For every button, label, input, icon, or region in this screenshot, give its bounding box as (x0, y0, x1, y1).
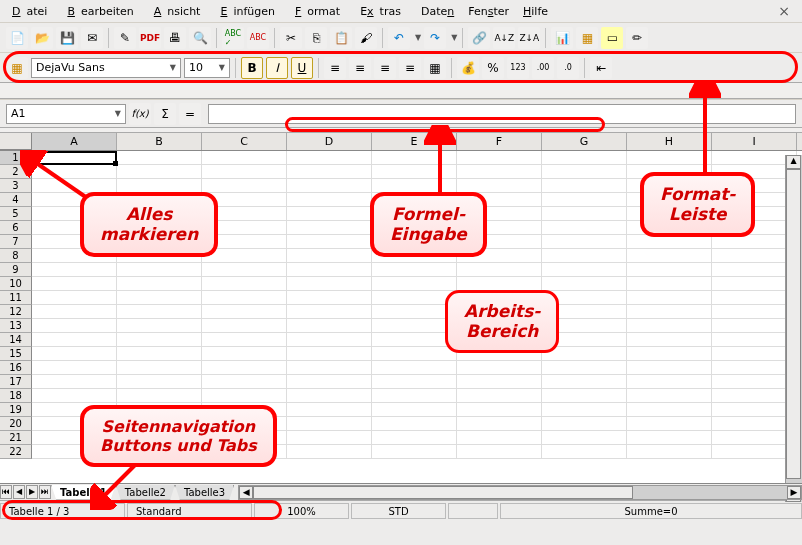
cell[interactable] (117, 347, 202, 361)
cell[interactable] (202, 389, 287, 403)
cell[interactable] (627, 277, 712, 291)
cell[interactable] (287, 277, 372, 291)
menu-daten[interactable]: Daten (415, 3, 460, 20)
row-header-12[interactable]: 12 (0, 305, 32, 319)
cell[interactable] (457, 179, 542, 193)
menu-einfuegen[interactable]: Einfügen (214, 3, 287, 20)
row-header-7[interactable]: 7 (0, 235, 32, 249)
row-header-9[interactable]: 9 (0, 263, 32, 277)
scroll-up-icon[interactable]: ▲ (786, 155, 801, 169)
cell[interactable] (287, 193, 372, 207)
cell[interactable] (542, 431, 627, 445)
cell[interactable] (117, 263, 202, 277)
menu-ansicht[interactable]: Ansicht (148, 3, 213, 20)
align-center-icon[interactable]: ≡ (349, 57, 371, 79)
cell[interactable] (627, 431, 712, 445)
row-header-19[interactable]: 19 (0, 403, 32, 417)
menu-fenster[interactable]: Fenster (462, 3, 515, 20)
column-header-F[interactable]: F (457, 133, 542, 150)
remove-decimal-icon[interactable]: .0 (557, 57, 579, 79)
cell[interactable] (542, 389, 627, 403)
row-header-13[interactable]: 13 (0, 319, 32, 333)
cell[interactable] (627, 347, 712, 361)
edit-icon[interactable]: ✎ (114, 27, 136, 49)
cell[interactable] (627, 445, 712, 459)
cell[interactable] (287, 445, 372, 459)
cell[interactable] (457, 263, 542, 277)
horizontal-scrollbar[interactable]: ◀ ▶ (238, 485, 802, 500)
font-name-select[interactable]: DejaVu Sans ▼ (31, 58, 181, 78)
menu-extras[interactable]: Extras (354, 3, 413, 20)
cell[interactable] (202, 277, 287, 291)
align-left-icon[interactable]: ≡ (324, 57, 346, 79)
row-header-6[interactable]: 6 (0, 221, 32, 235)
cell[interactable] (287, 333, 372, 347)
cell[interactable] (627, 235, 712, 249)
cell[interactable] (457, 403, 542, 417)
cell[interactable] (457, 277, 542, 291)
cell[interactable] (457, 431, 542, 445)
hscroll-thumb[interactable] (253, 486, 633, 499)
cell[interactable] (32, 263, 117, 277)
tab-prev-icon[interactable]: ◀ (13, 485, 25, 499)
highlight-icon[interactable]: ▭ (601, 27, 623, 49)
vertical-scrollbar[interactable]: ▲ ▼ (785, 155, 802, 502)
print-icon[interactable]: 🖶 (164, 27, 186, 49)
cell[interactable] (372, 403, 457, 417)
hyperlink-icon[interactable]: 🔗 (468, 27, 490, 49)
cell[interactable] (202, 165, 287, 179)
cell[interactable] (457, 361, 542, 375)
cell[interactable] (287, 305, 372, 319)
row-header-11[interactable]: 11 (0, 291, 32, 305)
cell[interactable] (202, 347, 287, 361)
cell[interactable] (372, 375, 457, 389)
cell[interactable] (287, 179, 372, 193)
cell[interactable] (287, 263, 372, 277)
cell[interactable] (372, 347, 457, 361)
cell[interactable] (372, 389, 457, 403)
row-header-8[interactable]: 8 (0, 249, 32, 263)
cell[interactable] (32, 333, 117, 347)
cell[interactable] (542, 235, 627, 249)
cell[interactable] (202, 179, 287, 193)
cell[interactable] (542, 221, 627, 235)
bold-button[interactable]: B (241, 57, 263, 79)
cell[interactable] (542, 417, 627, 431)
cell-reference-box[interactable]: A1 ▼ (6, 104, 126, 124)
row-header-14[interactable]: 14 (0, 333, 32, 347)
cell[interactable] (542, 277, 627, 291)
spellcheck-icon[interactable]: ABC✓ (222, 27, 244, 49)
cell[interactable] (117, 361, 202, 375)
cell[interactable] (542, 375, 627, 389)
italic-button[interactable]: I (266, 57, 288, 79)
cell[interactable] (287, 431, 372, 445)
cell[interactable] (287, 221, 372, 235)
cell[interactable] (457, 151, 542, 165)
cell[interactable] (117, 151, 202, 165)
decrease-indent-icon[interactable]: ⇤ (590, 57, 612, 79)
currency-icon[interactable]: 💰 (457, 57, 479, 79)
draw-icon[interactable]: ✏ (626, 27, 648, 49)
cell[interactable] (287, 249, 372, 263)
cell[interactable] (542, 445, 627, 459)
cell[interactable] (202, 291, 287, 305)
cell[interactable] (287, 389, 372, 403)
cell[interactable] (202, 333, 287, 347)
cell[interactable] (627, 291, 712, 305)
merge-cells-icon[interactable]: ▦ (424, 57, 446, 79)
menu-hilfe[interactable]: Hilfe (517, 3, 554, 20)
cell[interactable] (117, 319, 202, 333)
tab-next-icon[interactable]: ▶ (26, 485, 38, 499)
navigator-icon[interactable]: ▦ (576, 27, 598, 49)
underline-button[interactable]: U (291, 57, 313, 79)
cell[interactable] (202, 305, 287, 319)
sheet-tab-3[interactable]: Tabelle3 (175, 485, 234, 500)
sort-desc-icon[interactable]: Z↓A (518, 27, 540, 49)
number-format-icon[interactable]: 123 (507, 57, 529, 79)
menu-format[interactable]: Format (289, 3, 352, 20)
row-header-17[interactable]: 17 (0, 375, 32, 389)
column-header-C[interactable]: C (202, 133, 287, 150)
cell[interactable] (372, 445, 457, 459)
cell[interactable] (542, 263, 627, 277)
menu-datei[interactable]: Datei (6, 3, 59, 20)
